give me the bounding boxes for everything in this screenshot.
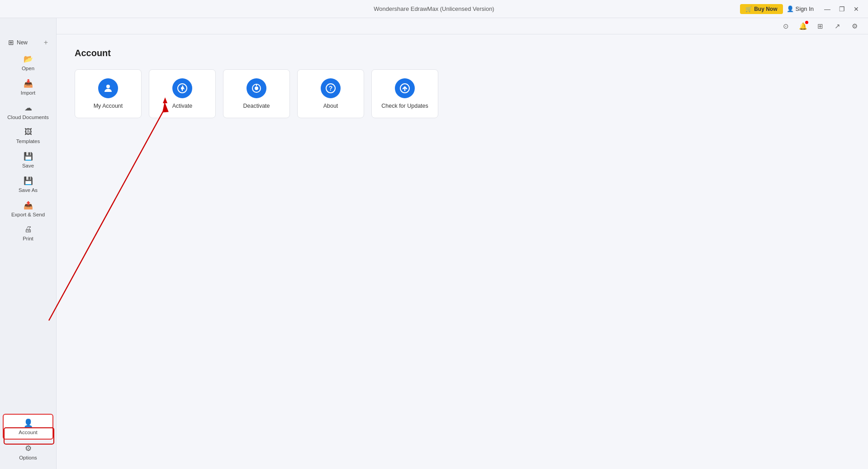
deactivate-icon-circle (247, 78, 266, 98)
sidebar-item-print[interactable]: 🖨 Print (3, 221, 53, 245)
share-icon[interactable]: ↗ (831, 20, 844, 33)
svg-text:?: ? (329, 85, 333, 92)
sidebar-new-label: New (17, 39, 28, 46)
sidebar-saveas-label: Save As (19, 187, 38, 193)
sidebar-import-label: Import (21, 90, 36, 96)
check-updates-card[interactable]: Check for Updates (371, 69, 438, 118)
user-icon: 👤 (787, 5, 794, 12)
sign-in-button[interactable]: 👤 Sign In (787, 5, 814, 12)
person-icon (103, 83, 114, 94)
sidebar-item-cloud[interactable]: ☁ Cloud Documents (3, 100, 53, 124)
export-icon: 📤 (24, 201, 33, 210)
sidebar-account-label: Account (19, 430, 38, 435)
open-icon: 📂 (24, 54, 33, 64)
sidebar-save-label: Save (22, 163, 34, 168)
activate-icon-circle (172, 78, 192, 98)
restore-button[interactable]: ❐ (835, 3, 848, 15)
sidebar-item-save[interactable]: 💾 Save (3, 148, 53, 172)
sidebar-cloud-label: Cloud Documents (7, 115, 48, 120)
sidebar-item-export[interactable]: 📤 Export & Send (3, 197, 53, 221)
templates-icon: 🖼 (24, 128, 32, 137)
import-icon: 📥 (24, 79, 33, 88)
check-updates-label: Check for Updates (381, 103, 428, 109)
print-icon: 🖨 (24, 225, 32, 234)
my-account-card[interactable]: My Account (75, 69, 142, 118)
app-title: Wondershare EdrawMax (Unlicensed Version… (374, 5, 494, 12)
toolbar: ⊙ 🔔 ⊞ ↗ ⚙ (0, 18, 868, 34)
minimize-button[interactable]: — (821, 3, 834, 15)
deactivate-icon (251, 83, 262, 94)
sidebar-print-label: Print (23, 236, 33, 241)
my-account-label: My Account (94, 103, 123, 109)
activate-card[interactable]: Activate (149, 69, 216, 118)
sidebar: ⊞ New + 📂 Open 📥 Import ☁ Cloud Document… (0, 0, 57, 469)
cart-icon: 🛒 (745, 6, 752, 12)
sidebar-item-import[interactable]: 📥 Import (3, 75, 53, 99)
sidebar-item-account[interactable]: 👤 Account (3, 414, 53, 440)
account-cards-row: My Account Activate Deacti (75, 69, 850, 118)
titlebar: Wondershare EdrawMax (Unlicensed Version… (0, 0, 868, 18)
svg-point-2 (181, 87, 184, 90)
settings-icon[interactable]: ⚙ (848, 20, 861, 33)
options-icon: ⚙ (25, 444, 32, 453)
check-updates-icon-circle (395, 78, 415, 98)
about-label: About (323, 103, 338, 109)
help-icon[interactable]: ⊙ (779, 20, 792, 33)
sidebar-item-new[interactable]: ⊞ New + (3, 35, 53, 50)
notification-icon[interactable]: 🔔 (797, 20, 809, 33)
sidebar-options-label: Options (19, 455, 37, 460)
sidebar-item-options[interactable]: ⚙ Options (3, 440, 53, 464)
deactivate-label: Deactivate (243, 103, 270, 109)
my-account-icon-circle (98, 78, 118, 98)
cloud-icon: ☁ (24, 103, 32, 113)
sidebar-item-save-as[interactable]: 💾 Save As (3, 172, 53, 196)
svg-point-0 (106, 85, 110, 88)
save-as-icon: 💾 (24, 176, 33, 186)
update-icon (399, 83, 410, 94)
sidebar-templates-label: Templates (16, 139, 40, 144)
main-content: Account My Account Activate (57, 34, 868, 469)
sidebar-item-templates[interactable]: 🖼 Templates (3, 124, 53, 148)
svg-point-4 (255, 86, 258, 90)
plus-icon: + (44, 38, 48, 47)
activate-icon (177, 83, 188, 94)
page-title: Account (75, 48, 850, 58)
about-card[interactable]: ? About (297, 69, 364, 118)
sidebar-open-label: Open (22, 66, 34, 71)
deactivate-card[interactable]: Deactivate (223, 69, 290, 118)
layout-icon[interactable]: ⊞ (814, 20, 826, 33)
buy-now-button[interactable]: 🛒 Buy Now (740, 4, 783, 14)
about-icon-circle: ? (321, 78, 341, 98)
save-icon: 💾 (24, 152, 33, 161)
about-icon: ? (325, 83, 336, 94)
sidebar-export-label: Export & Send (11, 212, 45, 217)
activate-label: Activate (172, 103, 192, 109)
sidebar-item-open[interactable]: 📂 Open (3, 51, 53, 75)
new-icon: ⊞ (8, 38, 14, 47)
account-icon: 👤 (24, 418, 33, 428)
close-button[interactable]: ✕ (850, 3, 863, 15)
